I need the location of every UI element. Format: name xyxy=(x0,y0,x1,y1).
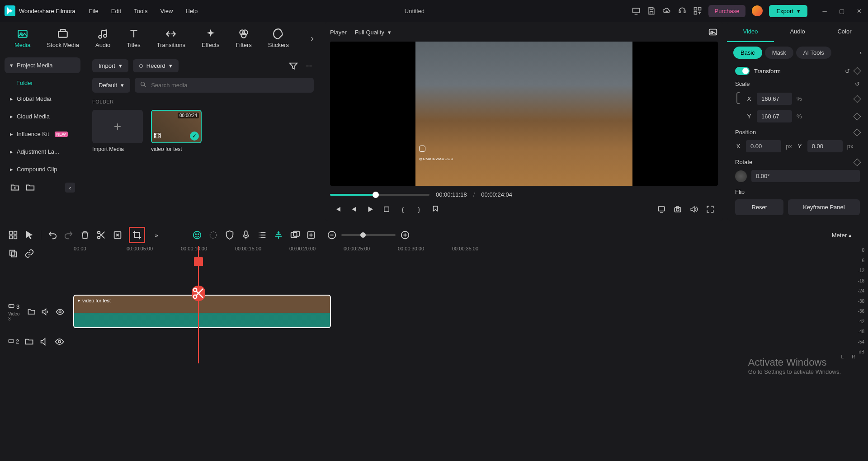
menu-help[interactable]: Help xyxy=(185,8,198,14)
transform-toggle[interactable] xyxy=(735,67,750,75)
sidebar-compound-clip[interactable]: ▸Compound Clip xyxy=(5,161,80,177)
position-y-input[interactable] xyxy=(807,140,843,152)
step-back-icon[interactable] xyxy=(350,205,358,213)
scale-x-input[interactable] xyxy=(757,93,792,105)
lock-link-icon[interactable] xyxy=(735,92,741,106)
subtab-ai-tools[interactable]: AI Tools xyxy=(796,47,831,59)
save-icon[interactable] xyxy=(647,6,656,15)
playhead-cut-icon[interactable] xyxy=(192,286,205,301)
track-mute-icon[interactable] xyxy=(41,307,50,317)
tracks-area[interactable]: :00:00 00:00:05:00 00:00:10:00 00:00:15:… xyxy=(0,246,828,363)
close-button[interactable]: ✕ xyxy=(854,6,863,15)
zoom-slider[interactable] xyxy=(341,234,396,236)
sidebar-folder[interactable]: Folder xyxy=(5,75,80,91)
menu-edit[interactable]: Edit xyxy=(111,8,121,14)
track-visibility-icon[interactable] xyxy=(55,337,64,347)
list-icon[interactable] xyxy=(257,230,267,240)
subtab-more-icon[interactable]: › xyxy=(860,49,862,56)
module-transitions[interactable]: Transitions xyxy=(150,25,193,51)
mic-icon[interactable] xyxy=(241,230,251,240)
playhead-handle[interactable] xyxy=(194,257,203,266)
rotate-keyframe-icon[interactable] xyxy=(854,158,861,166)
module-effects[interactable]: Effects xyxy=(194,25,227,51)
export-button[interactable]: Export▾ xyxy=(769,5,807,17)
ai-enhance-icon[interactable] xyxy=(113,230,123,240)
subtab-mask[interactable]: Mask xyxy=(765,47,793,59)
undo-icon[interactable] xyxy=(47,230,57,240)
display-icon[interactable] xyxy=(657,205,665,213)
sort-dropdown[interactable]: Default▾ xyxy=(92,78,130,93)
import-plus-icon[interactable]: + xyxy=(92,110,143,143)
zoom-in-icon[interactable] xyxy=(400,230,410,240)
sidebar-influence-kit[interactable]: ▸Influence KitNEW xyxy=(5,126,80,142)
select-tool-icon[interactable] xyxy=(24,230,34,240)
media-clip-tile[interactable]: 00:00:24 ✓ video for test xyxy=(151,110,202,152)
timeline-ruler[interactable]: :00:00 00:00:05:00 00:00:10:00 00:00:15:… xyxy=(0,246,828,259)
import-dropdown[interactable]: Import▾ xyxy=(92,59,128,72)
zoom-out-icon[interactable] xyxy=(327,230,337,240)
add-track-icon[interactable] xyxy=(290,230,300,240)
delete-icon[interactable] xyxy=(80,230,90,240)
track-3-clips[interactable]: ▸video for test xyxy=(72,294,828,330)
tab-video[interactable]: Video xyxy=(727,22,774,42)
sidebar-adjustment-layer[interactable]: ▸Adjustment La... xyxy=(5,144,80,160)
record-dropdown[interactable]: Record▾ xyxy=(133,59,179,72)
filter-icon[interactable] xyxy=(288,61,298,71)
layout-icon[interactable] xyxy=(8,230,18,240)
rotate-dial[interactable] xyxy=(735,170,747,182)
prev-frame-icon[interactable] xyxy=(334,205,342,213)
module-audio[interactable]: Audio xyxy=(88,25,118,51)
track-mute-icon[interactable] xyxy=(40,337,49,347)
minimize-button[interactable]: ─ xyxy=(820,6,829,15)
module-filters[interactable]: Filters xyxy=(228,25,259,51)
position-keyframe-icon[interactable] xyxy=(854,128,861,136)
clip-thumbnail[interactable]: 00:00:24 ✓ xyxy=(151,110,202,143)
crop-tool-icon[interactable] xyxy=(129,227,145,243)
search-media-input[interactable] xyxy=(135,78,314,93)
scale-y-keyframe-icon[interactable] xyxy=(854,113,861,120)
progress-slider[interactable] xyxy=(330,194,429,196)
module-more-icon[interactable]: › xyxy=(311,33,314,43)
track-visibility-icon[interactable] xyxy=(56,307,64,317)
marker-add-icon[interactable] xyxy=(306,230,316,240)
volume-icon[interactable] xyxy=(690,205,698,213)
apps-icon[interactable] xyxy=(693,6,702,15)
zoom-thumb[interactable] xyxy=(360,232,366,238)
module-stock[interactable]: Stock Media xyxy=(39,25,86,51)
video-preview[interactable]: @UMAIRWADOOD xyxy=(330,42,718,186)
magnet-icon[interactable] xyxy=(274,230,283,240)
folder-icon[interactable] xyxy=(25,183,35,193)
split-icon[interactable] xyxy=(96,230,106,240)
scale-y-input[interactable] xyxy=(757,110,792,122)
position-x-input[interactable] xyxy=(746,140,781,152)
mark-in-icon[interactable]: { xyxy=(399,205,407,213)
module-stickers[interactable]: Stickers xyxy=(261,25,296,51)
module-media[interactable]: Media xyxy=(7,25,38,51)
mark-out-icon[interactable]: } xyxy=(415,205,423,213)
playhead[interactable] xyxy=(198,246,199,363)
tab-color[interactable]: Color xyxy=(821,22,868,42)
headset-icon[interactable] xyxy=(678,6,687,15)
tab-audio[interactable]: Audio xyxy=(774,22,821,42)
play-icon[interactable] xyxy=(366,205,374,213)
cloud-icon[interactable] xyxy=(662,6,671,15)
new-folder-icon[interactable] xyxy=(10,183,20,193)
subtab-basic[interactable]: Basic xyxy=(733,47,762,59)
sidebar-cloud-media[interactable]: ▸Cloud Media xyxy=(5,108,80,124)
search-field[interactable] xyxy=(151,82,308,89)
stop-icon[interactable] xyxy=(382,205,391,213)
camera-icon[interactable] xyxy=(674,205,682,213)
menu-file[interactable]: File xyxy=(89,8,99,14)
more-tools-icon[interactable]: » xyxy=(151,230,161,240)
redo-icon[interactable] xyxy=(64,230,74,240)
duplicate-track-icon[interactable] xyxy=(8,249,18,259)
keyframe-diamond-icon[interactable] xyxy=(854,67,861,75)
collapse-sidebar-icon[interactable]: ‹ xyxy=(65,183,75,193)
reset-icon[interactable]: ↺ xyxy=(845,68,850,75)
maximize-button[interactable]: ▢ xyxy=(837,6,846,15)
module-titles[interactable]: Titles xyxy=(119,25,148,51)
user-avatar[interactable] xyxy=(752,5,763,16)
track-2-clips[interactable] xyxy=(72,333,828,351)
quality-dropdown[interactable]: Full Quality▾ xyxy=(355,29,391,36)
menu-view[interactable]: View xyxy=(160,8,173,14)
